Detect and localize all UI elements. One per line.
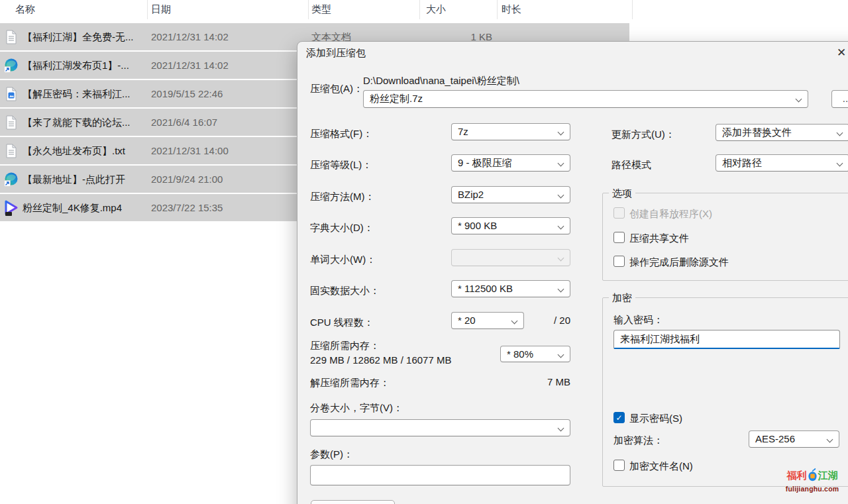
sfx-checkbox (613, 207, 625, 219)
column-divider (497, 0, 498, 19)
encryption-group-title: 加密 (609, 292, 635, 305)
cpu-threads-max: / 20 (517, 315, 570, 326)
ok-button[interactable] (311, 500, 395, 504)
solid-block-dropdown[interactable]: * 112500 KB (451, 280, 570, 297)
chevron-down-icon (558, 223, 564, 230)
image-document-icon (2, 80, 21, 107)
column-header-type[interactable]: 类型 (311, 3, 331, 16)
chevron-down-icon (837, 160, 843, 167)
path-mode-dropdown[interactable]: 相对路径 (716, 154, 848, 172)
video-file-icon (2, 194, 21, 221)
chevron-down-icon (558, 160, 564, 167)
memory-decompress-label: 解压缩所需内存： (310, 377, 390, 389)
column-header-date[interactable]: 日期 (151, 3, 171, 16)
solid-block-label: 固实数据大小： (310, 285, 380, 297)
column-divider (632, 0, 633, 19)
word-size-label: 单词大小(W)： (310, 254, 376, 266)
file-name: 粉丝定制_4K修复.mp4 (23, 194, 122, 221)
file-date: 2021/9/24 21:00 (151, 166, 223, 193)
chevron-down-icon (837, 130, 843, 136)
column-divider (308, 0, 309, 19)
file-date: 2023/7/22 15:35 (151, 194, 223, 221)
file-name: 【解压密码：来福利江... (23, 80, 131, 107)
chevron-down-icon (558, 255, 564, 262)
chevron-down-icon (827, 436, 833, 443)
file-date: 2021/12/31 14:00 (151, 137, 229, 164)
chevron-down-icon (511, 318, 518, 325)
encryption-method-dropdown[interactable]: AES-256 (749, 430, 839, 448)
chevron-down-icon (558, 352, 564, 358)
chevron-down-icon (558, 129, 564, 136)
delete-after-label: 操作完成后删除源文件 (629, 256, 729, 269)
volume-size-label: 分卷大小，字节(V)： (310, 402, 403, 415)
column-divider (419, 0, 420, 19)
method-dropdown[interactable]: BZip2 (451, 186, 570, 203)
dictionary-dropdown[interactable]: * 900 KB (451, 217, 570, 234)
archive-name-combobox[interactable]: 粉丝定制.7z (363, 90, 808, 108)
password-input[interactable] (613, 330, 840, 349)
format-label: 压缩格式(F)： (310, 128, 372, 140)
chevron-down-icon (558, 192, 564, 199)
delete-after-checkbox[interactable] (613, 256, 625, 267)
memory-percent-dropdown[interactable]: * 80% (500, 346, 570, 362)
encrypt-names-label: 加密文件名(N) (629, 460, 693, 473)
column-divider (147, 0, 148, 19)
shared-files-label: 压缩共享文件 (629, 232, 689, 245)
parameters-label: 参数(P)： (310, 448, 353, 461)
site-watermark: 福利 江湖 fulijianghu.com (779, 468, 845, 493)
encryption-method-label: 加密算法： (613, 434, 663, 447)
show-password-label: 显示密码(S) (629, 413, 682, 425)
file-date: 2019/5/15 22:46 (151, 80, 223, 107)
parameters-input[interactable] (310, 465, 570, 485)
archive-directory-path: D:\Download\nana_taipei\粉丝定制\ (363, 75, 519, 87)
check-icon: ✓ (615, 413, 622, 423)
edge-shortcut-icon (2, 166, 21, 193)
update-mode-dropdown[interactable]: 添加并替换文件 (716, 124, 848, 141)
level-dropdown[interactable]: 9 - 极限压缩 (451, 154, 570, 172)
browse-button[interactable]: ... (831, 90, 848, 108)
memory-compress-detail: 229 MB / 12862 MB / 16077 MB (310, 354, 451, 366)
level-label: 压缩等级(L)： (310, 159, 372, 172)
column-header-duration[interactable]: 时长 (502, 3, 521, 16)
chevron-down-icon (558, 286, 564, 293)
text-document-icon (2, 137, 21, 164)
mouse-icon (808, 468, 818, 484)
archive-name-value: 粉丝定制.7z (370, 93, 423, 104)
edge-shortcut-icon (2, 52, 21, 79)
sfx-checkbox-label: 创建自释放程序(X) (629, 208, 712, 221)
memory-decompress-value: 7 MB (504, 376, 570, 387)
text-document-icon (2, 23, 21, 50)
dialog-title: 添加到压缩包 (306, 47, 366, 60)
options-group-title: 选项 (609, 187, 635, 200)
format-dropdown[interactable]: 7z (451, 123, 570, 140)
column-header-size[interactable]: 大小 (426, 3, 446, 16)
file-name: 【永久地址发布页】.txt (23, 137, 125, 164)
method-label: 压缩方法(M)： (310, 191, 375, 203)
watermark-domain: fulijianghu.com (779, 485, 845, 493)
column-header-name[interactable]: 名称 (15, 3, 35, 16)
archive-label: 压缩包(A)： (310, 83, 363, 95)
watermark-text-right: 江湖 (818, 470, 838, 482)
memory-compress-label: 压缩所需内存： (310, 340, 380, 352)
shared-files-checkbox[interactable] (613, 232, 625, 243)
encrypt-names-checkbox[interactable] (613, 460, 625, 471)
show-password-checkbox[interactable]: ✓ (613, 412, 625, 423)
text-document-icon (2, 109, 21, 136)
add-to-archive-dialog: 添加到压缩包 ✕ 压缩包(A)： D:\Download\nana_taipei… (297, 41, 848, 504)
word-size-dropdown (451, 249, 570, 266)
volume-size-combobox[interactable] (310, 419, 570, 436)
file-date: 2021/6/4 16:07 (151, 109, 217, 136)
close-icon[interactable]: ✕ (837, 46, 848, 60)
watermark-text-left: 福利 (787, 470, 807, 482)
cpu-threads-label: CPU 线程数： (310, 317, 374, 329)
update-mode-label: 更新方式(U)： (611, 128, 675, 141)
file-date: 2021/12/31 14:02 (151, 52, 229, 79)
file-name: 【福利江湖发布页1】-... (23, 52, 129, 79)
chevron-down-icon (796, 96, 802, 103)
file-name: 【来了就能下载的论坛... (23, 109, 131, 136)
file-date: 2021/12/31 14:02 (151, 23, 229, 50)
path-mode-label: 路径模式 (611, 159, 651, 172)
cpu-threads-dropdown[interactable]: * 20 (451, 312, 524, 329)
password-label: 输入密码： (613, 314, 663, 327)
file-name: 【最新地址】-点此打开 (23, 166, 125, 193)
